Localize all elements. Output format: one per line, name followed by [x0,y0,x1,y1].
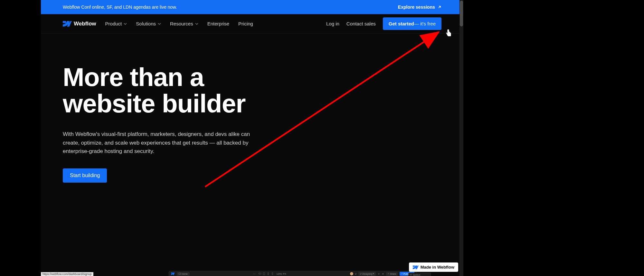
logo-text: Webflow [74,21,96,27]
nav-label: Product [105,21,122,26]
made-in-webflow-badge[interactable]: Made in Webflow [409,262,458,272]
webflow-logo-icon [63,21,72,27]
chevron-down-icon [124,23,127,25]
nav-label: Pricing [238,21,253,26]
nav-label: Resources [170,21,193,26]
designing-label: Designing [362,273,372,275]
nav-item-solutions[interactable]: Solutions [136,21,161,26]
home-label: Home [182,273,188,275]
play-icon[interactable] [382,273,384,275]
chevron-down-icon [195,23,198,25]
chevron: ▾ [373,272,374,275]
section-icon [410,274,412,276]
designer-preview-bar: Home ⋯ 1291 PX 2 Designing ▾ [169,271,417,276]
share-label: Share [390,273,396,275]
hero-title: More than a website builder [63,64,441,117]
nav-label: Enterprise [207,21,229,26]
mobile-icon[interactable] [271,272,274,275]
nav-item-pricing[interactable]: Pricing [238,21,253,26]
svg-rect-3 [268,273,269,275]
webflow-logo-icon [171,272,175,275]
settings-icon[interactable] [378,273,380,275]
svg-point-5 [378,273,379,274]
cursor-pointer-icon [446,29,452,37]
webflow-logo-icon [413,265,419,269]
svg-rect-0 [179,273,181,275]
announcement-cta[interactable]: Explore sessions [398,5,441,10]
nav-item-resources[interactable]: Resources [170,21,198,26]
user-avatar[interactable] [350,272,353,275]
section-label: Section [413,274,420,276]
share-icon [388,273,389,275]
dots: ⋯ [253,272,256,275]
scrollbar-thumb[interactable] [460,1,463,26]
nav-left: Webflow Product Solutions Resources [63,21,253,27]
external-link-icon [438,5,441,9]
section-selector[interactable]: Section [408,273,431,276]
designer-left: Home [169,272,190,276]
browser-status-url: https://webflow.com/dashboard/signup [41,272,93,276]
share-button[interactable]: Share [386,272,398,276]
page-icon [179,273,181,275]
viewport-width: 1291 PX [276,272,286,275]
svg-rect-4 [272,273,273,275]
announcement-bar: Webflow Conf online, SF, and LDN agendas… [41,0,463,14]
contact-sales-link[interactable]: Contact sales [346,21,376,26]
start-building-button[interactable]: Start building [63,168,107,183]
device-icons [259,272,274,275]
designer-home-button[interactable]: Home [177,272,190,276]
pencil-icon [360,273,362,275]
hero-subtitle: With Webflow's visual-first platform, ma… [63,130,266,156]
nav-label: Solutions [136,21,156,26]
login-link[interactable]: Log in [326,21,339,26]
get-started-button[interactable]: Get started — it's free [383,17,441,30]
tablet-icon[interactable] [263,272,265,275]
hero-section: More than a website builder With Webflow… [41,33,463,183]
nav-right: Log in Contact sales Get started — it's … [326,17,441,30]
announcement-cta-label: Explore sessions [398,5,435,10]
cta-bold-text: Get started [389,21,414,26]
hero-title-line1: More than a [63,63,204,91]
user-count: 2 [355,272,356,275]
navbar: Webflow Product Solutions Resources [41,14,463,33]
svg-rect-6 [410,274,412,275]
nav-item-product[interactable]: Product [105,21,127,26]
scrollbar[interactable] [459,0,463,276]
announcement-text: Webflow Conf online, SF, and LDN agendas… [63,5,177,10]
svg-rect-2 [263,273,265,275]
webflow-logo[interactable]: Webflow [63,21,96,27]
nav-item-enterprise[interactable]: Enterprise [207,21,229,26]
rocket-icon [401,273,403,275]
svg-rect-1 [259,273,261,274]
designing-mode-button[interactable]: Designing ▾ [358,272,376,276]
desktop-icon[interactable] [259,272,261,275]
hero-title-line2: website builder [63,89,245,118]
badge-text: Made in Webflow [421,265,454,270]
cta-light-text: — it's free [414,21,436,26]
tablet-portrait-icon[interactable] [267,272,270,275]
page-wrapper: Webflow Conf online, SF, and LDN agendas… [41,0,463,276]
designer-center: ⋯ 1291 PX [190,272,350,275]
designer-right: 2 Designing ▾ Share Publish ▾ [350,272,416,276]
chevron-down-icon [158,23,161,25]
